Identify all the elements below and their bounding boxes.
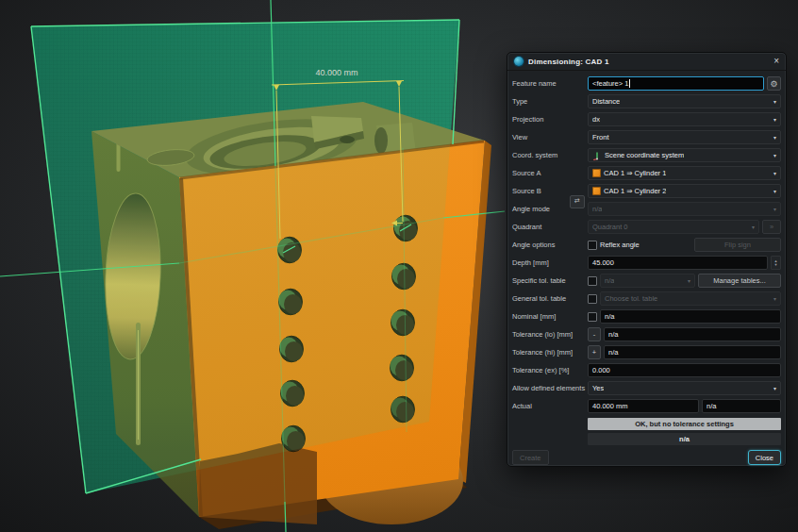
result-status-bar: n/a bbox=[588, 433, 781, 445]
close-button[interactable]: Close bbox=[748, 450, 781, 465]
dimensioning-icon bbox=[514, 57, 524, 66]
minus-icon[interactable]: - bbox=[588, 327, 601, 341]
actual-secondary-input: n/a bbox=[702, 399, 781, 413]
tolerance-lo-input[interactable]: n/a bbox=[604, 327, 781, 341]
source-b-row: Source B CAD 1 ⇒ Cylinder 2 ▾ bbox=[512, 182, 781, 200]
chevron-down-icon: ▾ bbox=[773, 207, 776, 212]
depth-row: Depth [mm] 45.000 ▲ ▼ bbox=[512, 254, 781, 272]
feature-name-row: Feature name <feature> 1 ⚙ bbox=[512, 75, 781, 92]
reflex-angle-label: Reflex angle bbox=[600, 241, 691, 249]
spin-down-icon[interactable]: ▼ bbox=[774, 263, 778, 267]
general-tol-dropdown[interactable]: Choose tol. table ▾ bbox=[600, 291, 781, 306]
plus-icon[interactable]: + bbox=[588, 345, 601, 359]
coordinate-axes-icon bbox=[592, 151, 602, 160]
specific-tol-checkbox[interactable] bbox=[588, 276, 597, 286]
allow-defined-dropdown[interactable]: Yes ▾ bbox=[588, 381, 781, 395]
swap-sources-button[interactable]: ⇄ bbox=[570, 195, 585, 208]
dialog-footer: Create Close bbox=[507, 445, 786, 465]
quadrant-row: Quadrant Quadrant 0 ▾ » bbox=[512, 218, 781, 236]
specific-tol-row: Specific tol. table n/a ▾ Manage tables.… bbox=[512, 272, 781, 290]
chevron-down-icon: ▾ bbox=[773, 189, 776, 194]
chevron-down-icon: ▾ bbox=[773, 99, 776, 105]
coord-system-row: Coord. system Scene coordinate system ▾ bbox=[512, 146, 781, 164]
dimension-value-label[interactable]: 40.000 mm bbox=[315, 68, 357, 77]
nominal-checkbox[interactable] bbox=[588, 312, 597, 322]
dialog-titlebar[interactable]: Dimensioning: CAD 1 × bbox=[507, 53, 786, 71]
reflex-angle-checkbox[interactable] bbox=[588, 241, 597, 250]
depth-input[interactable]: 45.000 bbox=[588, 256, 768, 270]
text-cursor bbox=[629, 79, 630, 88]
quadrant-dropdown[interactable]: Quadrant 0 ▾ bbox=[588, 220, 759, 234]
angle-options-row: Angle options Reflex angle Flip sign bbox=[512, 236, 781, 254]
view-row: View Front ▾ bbox=[512, 128, 781, 146]
chevron-down-icon: ▾ bbox=[773, 386, 776, 391]
dialog-title: Dimensioning: CAD 1 bbox=[528, 58, 769, 66]
tolerance-hi-input[interactable]: n/a bbox=[604, 345, 781, 359]
type-row: Type Distance ▾ bbox=[512, 92, 781, 110]
tolerance-hi-row: Tolerance (hi) [mm] + n/a bbox=[512, 343, 781, 361]
dimensioning-dialog: Dimensioning: CAD 1 × ⇄ Feature name <fe… bbox=[507, 52, 787, 467]
chevron-down-icon: ▾ bbox=[773, 153, 776, 158]
actual-value-input: 40.000 mm bbox=[588, 399, 699, 413]
feature-name-label: Feature name bbox=[512, 79, 588, 88]
cad-application-window: 40.000 mm Dimensioning: CAD 1 × ⇄ Featur… bbox=[0, 0, 798, 532]
specific-tol-dropdown[interactable]: n/a ▾ bbox=[600, 274, 695, 288]
create-button[interactable]: Create bbox=[512, 450, 549, 465]
general-tol-row: General tol. table Choose tol. table ▾ bbox=[512, 290, 781, 308]
tolerance-ex-input[interactable]: 0.000 bbox=[588, 363, 781, 377]
chevron-down-icon: ▾ bbox=[688, 278, 690, 284]
flip-sign-button[interactable]: Flip sign bbox=[694, 238, 781, 252]
manage-tables-button[interactable]: Manage tables... bbox=[698, 274, 781, 288]
cad-cube-icon bbox=[592, 169, 601, 177]
coord-system-dropdown[interactable]: Scene coordinate system ▾ bbox=[588, 148, 781, 162]
source-a-dropdown[interactable]: CAD 1 ⇒ Cylinder 1 ▾ bbox=[588, 166, 781, 180]
angle-mode-row: Angle mode n/a ▾ bbox=[512, 200, 781, 218]
chevron-down-icon: ▾ bbox=[773, 171, 776, 176]
quadrant-more-button[interactable]: » bbox=[762, 220, 781, 234]
general-tol-checkbox[interactable] bbox=[588, 294, 597, 304]
angle-mode-dropdown[interactable]: n/a ▾ bbox=[588, 202, 781, 216]
view-dropdown[interactable]: Front ▾ bbox=[588, 130, 781, 144]
depth-spinner[interactable]: ▲ ▼ bbox=[771, 256, 781, 270]
plane-tint-overlay bbox=[31, 20, 459, 493]
allow-defined-row: Allow defined elements Yes ▾ bbox=[512, 379, 781, 397]
close-icon[interactable]: × bbox=[773, 57, 779, 66]
source-a-row: Source A CAD 1 ⇒ Cylinder 1 ▾ bbox=[512, 164, 781, 182]
projection-row: Projection dx ▾ bbox=[512, 110, 781, 128]
cad-cube-icon bbox=[592, 187, 601, 195]
feature-name-input[interactable]: <feature> 1 bbox=[588, 76, 764, 91]
tolerance-status-bar: OK, but no tolerance settings bbox=[588, 418, 781, 430]
nominal-input[interactable]: n/a bbox=[600, 309, 781, 324]
type-dropdown[interactable]: Distance ▾ bbox=[588, 94, 781, 108]
chevron-down-icon: ▾ bbox=[773, 135, 776, 141]
gear-icon[interactable]: ⚙ bbox=[767, 76, 781, 91]
actual-row: Actual 40.000 mm n/a bbox=[512, 397, 781, 415]
dialog-body: ⇄ Feature name <feature> 1 ⚙ Type Distan… bbox=[507, 71, 786, 415]
nominal-row: Nominal [mm] n/a bbox=[512, 308, 781, 325]
source-b-dropdown[interactable]: CAD 1 ⇒ Cylinder 2 ▾ bbox=[588, 184, 781, 198]
tolerance-lo-row: Tolerance (lo) [mm] - n/a bbox=[512, 325, 781, 343]
projection-dropdown[interactable]: dx ▾ bbox=[588, 112, 781, 126]
chevron-down-icon: ▾ bbox=[773, 296, 776, 302]
tolerance-ex-row: Tolerance (ex) [%] 0.000 bbox=[512, 361, 781, 379]
chevron-down-icon: ▾ bbox=[773, 117, 776, 123]
chevron-down-icon: ▾ bbox=[752, 224, 755, 230]
